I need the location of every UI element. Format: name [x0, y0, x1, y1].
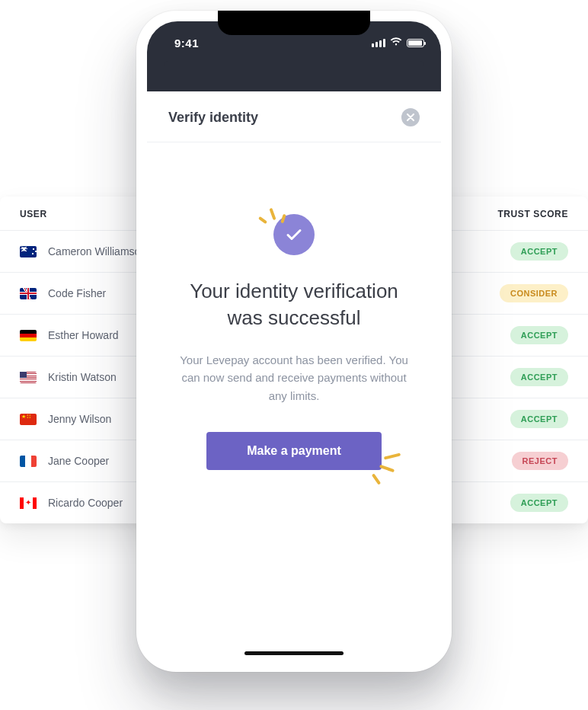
cell-signal-icon — [372, 39, 385, 47]
column-header-trust-score: TRUST SCORE — [497, 209, 568, 219]
user-name: Esther Howard — [48, 329, 119, 341]
modal-header: Verify identity — [147, 91, 441, 142]
status-badge: ACCEPT — [510, 242, 568, 261]
make-payment-button[interactable]: Make a payment — [206, 432, 382, 470]
page-title: Verify identity — [168, 110, 258, 126]
status-badge: REJECT — [512, 452, 568, 470]
user-name: Jane Cooper — [48, 455, 109, 467]
flag-icon — [20, 456, 37, 467]
status-badge: ACCEPT — [510, 494, 568, 512]
phone-frame: 9:41 Verify identity Y — [136, 11, 452, 672]
user-name: Jenny Wilson — [48, 413, 111, 425]
flag-icon — [20, 414, 37, 425]
home-indicator[interactable] — [244, 651, 344, 655]
user-name: Cameron Williamson — [48, 245, 146, 257]
close-icon — [407, 114, 414, 121]
status-badge: CONSIDER — [500, 284, 568, 302]
flag-icon — [20, 372, 37, 383]
user-name: Ricardo Cooper — [48, 497, 123, 509]
battery-icon — [407, 39, 424, 47]
flag-icon — [20, 288, 37, 299]
flag-icon — [20, 246, 37, 257]
success-subtext: Your Levepay account has been verified. … — [177, 351, 411, 405]
phone-notch — [218, 11, 370, 35]
user-name: Code Fisher — [48, 287, 106, 299]
status-icons — [372, 36, 424, 50]
flag-icon — [20, 330, 37, 341]
success-check-icon — [273, 214, 315, 255]
success-heading: Your identity verification was successfu… — [173, 278, 415, 331]
wifi-icon — [390, 36, 402, 50]
close-button[interactable] — [401, 108, 420, 126]
status-badge: ACCEPT — [510, 410, 568, 428]
status-time: 9:41 — [164, 37, 209, 50]
column-header-user: USER — [20, 209, 47, 219]
status-badge: ACCEPT — [510, 326, 568, 344]
user-name: Kristin Watson — [48, 371, 117, 383]
status-badge: ACCEPT — [510, 368, 568, 386]
flag-icon: ✦ — [20, 497, 37, 509]
